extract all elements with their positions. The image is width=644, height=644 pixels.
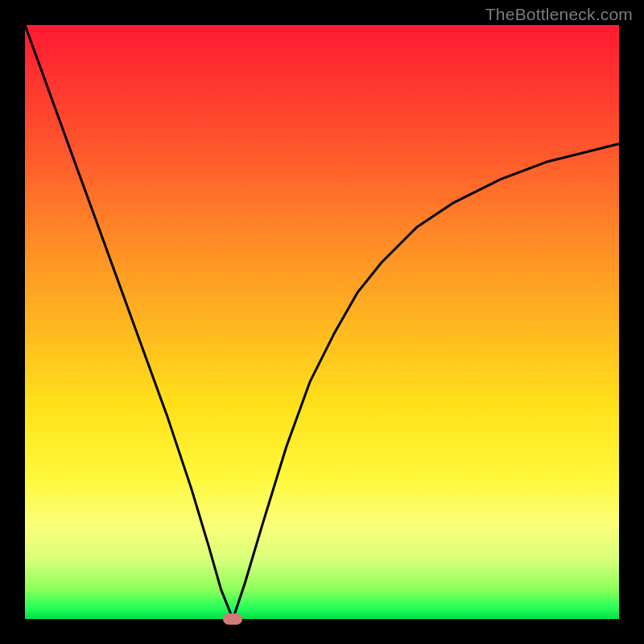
- watermark-text: TheBottleneck.com: [485, 5, 633, 24]
- optimal-marker: [223, 613, 242, 625]
- chart-frame: TheBottleneck.com: [0, 0, 644, 644]
- plot-area: [25, 25, 619, 619]
- curve-path: [25, 25, 619, 619]
- bottleneck-curve: [25, 25, 619, 619]
